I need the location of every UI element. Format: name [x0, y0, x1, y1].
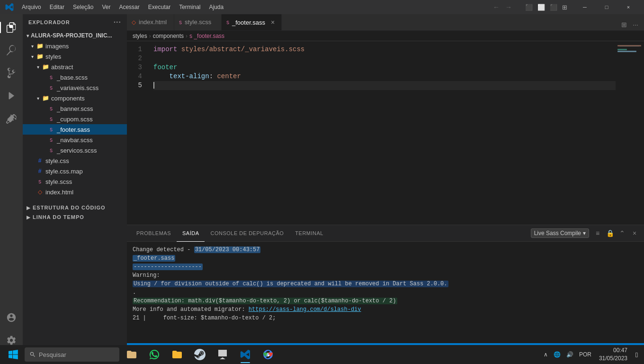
- tree-item-index-html[interactable]: ◇ index.html: [23, 187, 127, 197]
- breadcrumb-styles[interactable]: styles: [133, 33, 147, 39]
- tree-item-footer-sass[interactable]: ꜱ _footer.sass: [23, 124, 127, 135]
- forward-button[interactable]: →: [503, 2, 514, 12]
- tree-item-cupom-scss[interactable]: ꜱ _cupom.scss: [23, 114, 127, 124]
- tree-item-components[interactable]: ▾ 📁 components: [23, 93, 127, 103]
- activity-account[interactable]: [2, 308, 21, 327]
- panel-tab-problems[interactable]: PROBLEMAS: [131, 225, 177, 242]
- clock-time: 00:47: [599, 346, 627, 355]
- output-line-2: _footer.sass: [133, 254, 638, 263]
- tree-item-base-scss[interactable]: ꜱ _base.scss: [23, 72, 127, 82]
- breadcrumb-components[interactable]: components: [153, 33, 184, 39]
- panel-filter-button[interactable]: ≡: [592, 228, 603, 239]
- menu-selecao[interactable]: Seleção: [69, 2, 97, 12]
- menu-arquivo[interactable]: Arquivo: [18, 2, 45, 12]
- tab-index-html[interactable]: ◇ index.html: [127, 14, 174, 30]
- activity-extensions[interactable]: [2, 109, 21, 128]
- tree-item-style-scss[interactable]: ꜱ style.scss: [23, 176, 127, 187]
- layout-btn-1[interactable]: ⬛: [523, 3, 535, 12]
- panel-lock-button[interactable]: 🔒: [604, 228, 616, 239]
- taskbar-epic[interactable]: [212, 345, 233, 364]
- output-line-3: --------------------: [133, 263, 638, 271]
- panel-collapse-button[interactable]: ⌃: [617, 228, 628, 239]
- activity-search[interactable]: [2, 41, 21, 60]
- close-button[interactable]: ×: [617, 0, 639, 14]
- menu-acessar[interactable]: Acessar: [115, 2, 143, 12]
- activity-explorer[interactable]: [2, 18, 21, 37]
- css-icon: #: [36, 157, 44, 164]
- layout-btn-2[interactable]: ⬜: [536, 3, 547, 12]
- layout-buttons: ⬛ ⬜ ⬛ ⊞: [523, 3, 569, 12]
- activity-run[interactable]: [2, 86, 21, 105]
- menu-executar[interactable]: Executar: [144, 2, 174, 12]
- tree-item-styles[interactable]: ▾ 📁 styles: [23, 51, 127, 62]
- tree-item-imagens[interactable]: ▾ 📁 imagens: [23, 41, 127, 51]
- tree-label: index.html: [45, 189, 73, 196]
- tab-actions: ⊞ ···: [619, 19, 644, 30]
- menu-ajuda[interactable]: Ajuda: [206, 2, 228, 12]
- layout-btn-4[interactable]: ⊞: [560, 3, 569, 12]
- sidebar-options-button[interactable]: ···: [114, 18, 121, 27]
- breadcrumb-file[interactable]: ꜱ _footer.sass: [189, 33, 224, 39]
- panel-close-button[interactable]: ×: [629, 228, 640, 239]
- tab-close-button[interactable]: ×: [269, 18, 277, 26]
- taskbar-chrome[interactable]: [258, 345, 278, 364]
- show-desktop-button[interactable]: ▯: [633, 351, 640, 358]
- text-cursor: [153, 82, 154, 89]
- vscode-logo: [5, 2, 14, 12]
- code-content[interactable]: import styles/abstract/_variaveis.scss f…: [146, 41, 616, 225]
- code-line-1: import styles/abstract/_variaveis.scss: [153, 45, 616, 54]
- breadcrumb: styles › components › ꜱ _footer.sass: [127, 31, 644, 41]
- taskbar-files[interactable]: [121, 345, 142, 364]
- tree-item-banner-scss[interactable]: ꜱ _banner.scss: [23, 103, 127, 114]
- tree-label: _cupom.scss: [57, 116, 93, 123]
- split-editor-button[interactable]: ⊞: [619, 19, 629, 30]
- tree-label: _banner.scss: [57, 105, 93, 112]
- taskbar-vscode[interactable]: [235, 345, 256, 364]
- maximize-button[interactable]: □: [596, 0, 617, 14]
- outline-section[interactable]: ▶ ESTRUTURA DO CÓDIGO: [23, 197, 127, 212]
- tree-label: components: [51, 95, 85, 102]
- panel-tab-debug-console[interactable]: CONSOLE DE DEPURAÇÃO: [205, 225, 289, 242]
- tree-item-abstract[interactable]: ▾ 📁 abstract: [23, 62, 127, 72]
- tree-item-style-css[interactable]: # style.css: [23, 155, 127, 166]
- tree-item-navbar-scss[interactable]: ꜱ _navbar.scss: [23, 135, 127, 145]
- tray-language[interactable]: POR: [577, 351, 593, 358]
- panel-tab-output[interactable]: SAÍDA: [177, 225, 205, 242]
- tree-item-servicos-scss[interactable]: ꜱ _servicos.scss: [23, 145, 127, 155]
- taskbar-filemanager[interactable]: [167, 345, 188, 364]
- tray-volume[interactable]: 🔊: [564, 351, 575, 358]
- sass-link[interactable]: https://sass-lang.com/d/slash-div: [249, 306, 361, 313]
- layout-btn-3[interactable]: ⬛: [548, 3, 559, 12]
- minimize-button[interactable]: ─: [574, 0, 596, 14]
- sass-icon: ꜱ: [47, 136, 55, 144]
- project-root[interactable]: ▾ ALURA-SPA-PROJETO_INIC...: [23, 30, 127, 41]
- tree-label: abstract: [51, 64, 73, 71]
- timeline-section[interactable]: ▶ LINHA DO TEMPO: [23, 212, 127, 222]
- output-source-dropdown[interactable]: Live Sass Compile ▾: [531, 228, 589, 238]
- taskbar-clock[interactable]: 00:47 31/05/2023: [595, 346, 631, 363]
- taskbar-whatsapp[interactable]: [144, 345, 165, 364]
- menu-editar[interactable]: Editar: [46, 2, 68, 12]
- tray-show-hidden[interactable]: ∧: [542, 351, 550, 358]
- tree-label: imagens: [45, 43, 69, 50]
- sidebar-title-label: EXPLORADOR: [28, 19, 70, 25]
- menu-terminal[interactable]: Terminal: [175, 2, 204, 12]
- tree-label: _variaveis.scss: [57, 84, 98, 91]
- tab-label: index.html: [139, 18, 167, 26]
- taskbar-search[interactable]: Pesquisar: [25, 347, 119, 362]
- menu-ver[interactable]: Ver: [98, 2, 114, 12]
- more-actions-button[interactable]: ···: [631, 19, 640, 30]
- tray-network[interactable]: 🌐: [552, 351, 563, 358]
- tree-item-style-css-map[interactable]: # style.css.map: [23, 166, 127, 176]
- tab-footer-sass[interactable]: ꜱ _footer.sass ×: [222, 14, 282, 30]
- back-button[interactable]: ←: [491, 2, 501, 12]
- arrow-icon: ▾: [28, 54, 36, 59]
- tree-label: style.scss: [45, 178, 72, 185]
- tree-item-variaveis-scss[interactable]: ꜱ _variaveis.scss: [23, 82, 127, 93]
- menu-bar: Arquivo Editar Seleção Ver Acessar Execu…: [18, 2, 482, 12]
- activity-source-control[interactable]: [2, 64, 21, 82]
- taskbar-steam[interactable]: [189, 345, 210, 364]
- start-button[interactable]: [4, 345, 23, 364]
- tab-style-scss[interactable]: ꜱ style.scss: [174, 14, 222, 30]
- panel-tab-terminal[interactable]: TERMINAL: [289, 225, 329, 242]
